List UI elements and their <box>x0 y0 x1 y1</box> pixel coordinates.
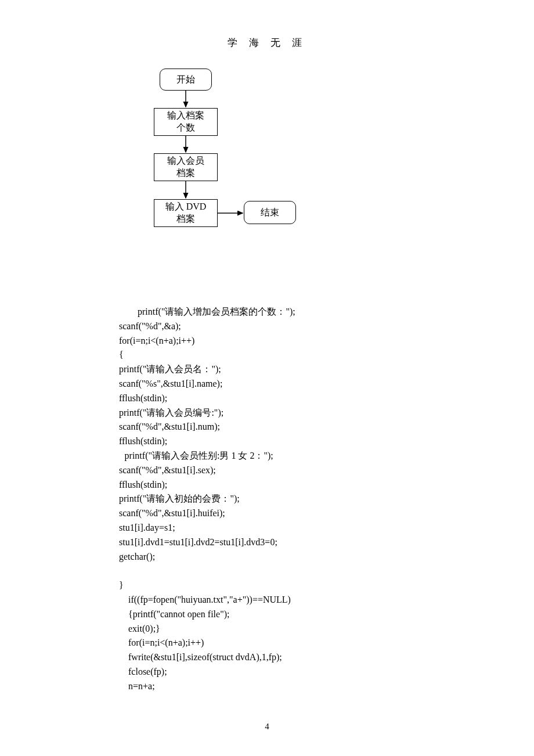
flow-step1-line2: 个数 <box>176 122 195 134</box>
code-line: scanf("%d",&stu1[i].huifei); <box>119 508 225 518</box>
code-line: for(i=n;i<(n+a);i++) <box>119 336 194 345</box>
code-line: getchar(); <box>119 552 155 561</box>
flow-step3-line2: 档案 <box>176 213 195 225</box>
code-line: printf("请输入增加会员档案的个数："); <box>119 305 421 319</box>
code-line: exit(0);} <box>119 622 421 636</box>
code-line: stu1[i].dvd1=stu1[i].dvd2=stu1[i].dvd3=0… <box>119 537 277 547</box>
code-line: n=n+a; <box>119 679 421 694</box>
flow-step3: 输入 DVD 档案 <box>154 199 218 227</box>
code-line: fflush(stdin); <box>119 393 167 403</box>
code-line: fflush(stdin); <box>119 436 167 446</box>
code-line: stu1[i].day=s1; <box>119 523 175 532</box>
code-line: scanf("%d",&a); <box>119 321 181 331</box>
code-line: } <box>119 580 124 590</box>
code-line: for(i=n;i<(n+a);i++) <box>119 636 421 650</box>
code-line: fclose(fp); <box>119 665 421 679</box>
code-line: printf("请输入初始的会费："); <box>119 494 240 503</box>
flow-end: 结束 <box>244 201 296 224</box>
flow-step1-line1: 输入档案 <box>167 110 204 122</box>
code-line: scanf("%s",&stu1[i].name); <box>119 379 222 388</box>
code-line: fflush(stdin); <box>119 480 167 489</box>
code-line: if((fp=fopen("huiyuan.txt","a+"))==NULL) <box>119 593 421 607</box>
page-number: 4 <box>0 722 534 732</box>
flow-step2-line2: 档案 <box>176 167 195 179</box>
code-line: fwrite(&stu1[i],sizeof(struct dvdA),1,fp… <box>119 650 421 665</box>
flow-step3-line1: 输入 DVD <box>165 201 207 213</box>
flow-step2: 输入会员 档案 <box>154 153 218 181</box>
code-line: scanf("%d",&stu1[i].num); <box>119 422 220 431</box>
code-block: printf("请输入增加会员档案的个数："); scanf("%d",&a);… <box>119 305 421 694</box>
code-line: printf("请输入会员性别:男 1 女 2："); <box>119 449 421 463</box>
flow-step1: 输入档案 个数 <box>154 108 218 136</box>
code-line: scanf("%d",&stu1[i].sex); <box>119 465 216 475</box>
code-line: printf("请输入会员名："); <box>119 364 221 374</box>
page-header: 学 海 无 涯 <box>0 36 534 49</box>
flow-start: 开始 <box>160 69 212 91</box>
flow-step2-line1: 输入会员 <box>167 155 204 167</box>
code-line: { <box>119 350 124 359</box>
flow-start-label: 开始 <box>176 74 195 86</box>
code-line: printf("请输入会员编号:"); <box>119 408 223 417</box>
flow-end-label: 结束 <box>261 207 279 219</box>
code-line: {printf("cannot open file"); <box>119 607 421 622</box>
